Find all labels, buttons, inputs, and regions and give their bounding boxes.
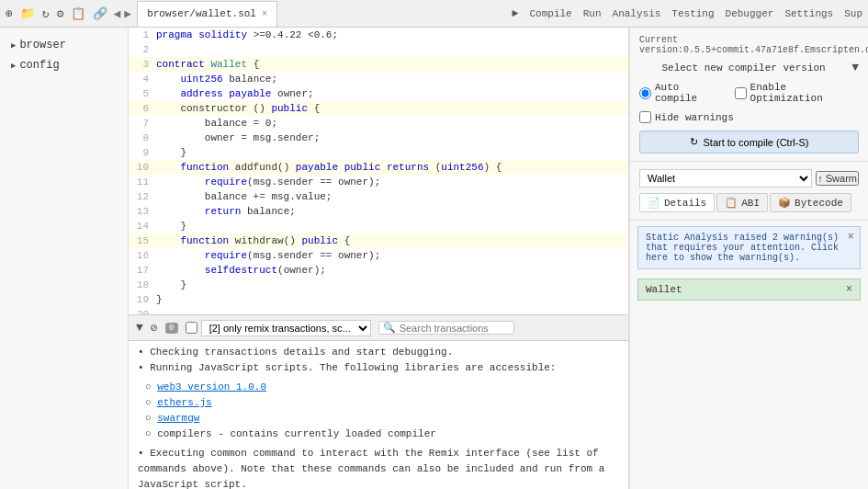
code-line-6: 6 constructor () public { xyxy=(129,101,628,116)
debugger-menu-item[interactable]: Debugger xyxy=(726,8,774,19)
code-line-14: 14 } xyxy=(129,219,628,233)
term-compilers-line: ○ compilers - contains currently loaded … xyxy=(145,426,619,442)
add-icon[interactable]: ⊕ xyxy=(6,6,13,21)
code-line-15: 15 function withdraw() public { xyxy=(129,233,628,248)
bytecode-label: Bytecode xyxy=(795,198,843,209)
compile-button[interactable]: ↻ Start to compile (Ctrl-S) xyxy=(639,131,859,154)
run-menu-item[interactable]: Run xyxy=(583,8,602,19)
topbar-nav: ◀ ▶ xyxy=(113,6,131,21)
settings-icon[interactable]: ⚙ xyxy=(57,6,64,21)
code-line-1: 1 pragma solidity >=0.4.22 <0.6; xyxy=(129,28,628,42)
code-line-8: 8 owner = msg.sender; xyxy=(129,131,628,145)
abi-label: ABI xyxy=(741,198,760,209)
hide-warnings-option[interactable]: Hide warnings xyxy=(639,111,734,123)
swarm-icon: ↑ xyxy=(817,173,823,184)
code-line-20: 20 xyxy=(129,307,628,314)
tab-close-icon[interactable]: × xyxy=(262,9,267,19)
code-editor[interactable]: 1 pragma solidity >=0.4.22 <0.6; 2 3 con… xyxy=(129,28,628,314)
warning-banner[interactable]: Static Analysis raised 2 warning(s) that… xyxy=(637,226,861,269)
topbar: ⊕ 📁 ↻ ⚙ 📋 🔗 ◀ ▶ browser/wallet.sol × ► C… xyxy=(0,0,868,28)
code-line-18: 18 } xyxy=(129,278,628,292)
code-line-11: 11 require(msg.sender == owner); xyxy=(129,175,628,189)
folder-icon[interactable]: 📁 xyxy=(20,6,35,21)
term-web3-line: ○ web3 version 1.0.0 xyxy=(145,380,619,395)
term-line-exec: • Executing common command to interact w… xyxy=(138,446,619,489)
compiler-options-2: Hide warnings xyxy=(639,111,859,123)
tab-label: browser/wallet.sol xyxy=(147,8,256,19)
sidebar-config-label: config xyxy=(19,59,59,72)
swarm-button[interactable]: ↑ Swarm xyxy=(816,171,859,186)
tab-bytecode[interactable]: 📦 Bytecode xyxy=(770,193,851,212)
code-line-10: 10 function addfund() payable public ret… xyxy=(129,160,628,175)
tab-details[interactable]: 📄 Details xyxy=(639,193,715,212)
enable-opt-option[interactable]: Enable Optimization xyxy=(735,82,859,104)
compiler-select-row: Select new compiler version ▼ xyxy=(639,61,859,74)
badge-count: 0 xyxy=(165,323,178,334)
tab-wallet-sol[interactable]: browser/wallet.sol × xyxy=(137,1,277,27)
clear-icon[interactable]: ⊘ xyxy=(151,321,158,335)
code-line-16: 16 require(msg.sender == owner); xyxy=(129,248,628,263)
terminal-output: • Checking transactions details and star… xyxy=(129,341,628,489)
bottom-toolbar: ▼ ⊘ 0 [2] only remix transactions, sc...… xyxy=(129,315,628,341)
enable-opt-checkbox[interactable] xyxy=(735,87,747,99)
topbar-icons: ⊕ 📁 ↻ ⚙ 📋 🔗 xyxy=(6,6,107,21)
config-arrow-icon: ▶ xyxy=(11,61,16,71)
code-line-12: 12 balance += msg.value; xyxy=(129,189,628,204)
transaction-filter-checkbox[interactable] xyxy=(186,322,197,334)
analysis-menu-item[interactable]: Analysis xyxy=(613,8,661,19)
compiler-select-label: Select new compiler version xyxy=(639,63,848,74)
transaction-filter-select[interactable]: [2] only remix transactions, sc... xyxy=(201,320,371,336)
sidebar-item-browser[interactable]: ▶ browser xyxy=(0,35,128,55)
editor-area: 1 pragma solidity >=0.4.22 <0.6; 2 3 con… xyxy=(129,28,629,489)
code-line-2: 2 xyxy=(129,42,628,57)
code-line-4: 4 uint256 balance; xyxy=(129,72,628,86)
sidebar-item-config[interactable]: ▶ config xyxy=(0,55,128,75)
testing-menu-item[interactable]: Testing xyxy=(671,8,714,19)
wallet-tag: Wallet × xyxy=(637,279,861,301)
tab-abi[interactable]: 📋 ABI xyxy=(716,193,768,212)
code-line-7: 7 balance = 0; xyxy=(129,116,628,131)
swarm-label: Swarm xyxy=(826,173,857,184)
auto-compile-option[interactable]: Auto compile xyxy=(639,82,724,104)
forward-button[interactable]: ▶ xyxy=(124,6,131,21)
sidebar-browser-label: browser xyxy=(19,39,65,51)
auto-compile-radio[interactable] xyxy=(639,87,651,99)
sidebar: ▶ browser ▶ config xyxy=(0,28,129,489)
term-line-2: • Running JavaScript scripts. The follow… xyxy=(138,360,619,376)
compiler-dropdown-arrow[interactable]: ▼ xyxy=(851,61,859,74)
link-icon[interactable]: 🔗 xyxy=(93,6,107,21)
search-wrap: 🔍 xyxy=(378,321,514,335)
hide-warnings-checkbox[interactable] xyxy=(639,111,651,123)
warning-close-icon[interactable]: × xyxy=(848,231,854,244)
ethers-link[interactable]: ethers.js xyxy=(157,397,211,408)
wallet-close-icon[interactable]: × xyxy=(846,283,852,296)
contract-section: Wallet ↑ Swarm 📄 Details 📋 ABI 📦 xyxy=(630,162,868,221)
contract-select[interactable]: Wallet xyxy=(639,169,812,188)
auto-compile-label: Auto compile xyxy=(655,82,724,104)
enable-opt-label: Enable Optimization xyxy=(750,82,859,104)
settings-menu-item[interactable]: Settings xyxy=(784,8,833,19)
code-line-19: 19 } xyxy=(129,292,628,307)
compile-menu-item[interactable]: Compile xyxy=(530,8,572,19)
warning-text: Static Analysis raised 2 warning(s) that… xyxy=(646,233,839,263)
sup-menu-item[interactable]: Sup xyxy=(844,8,862,19)
collapse-icon[interactable]: ▼ xyxy=(136,321,143,335)
transaction-filter-wrap: [2] only remix transactions, sc... xyxy=(186,320,371,336)
swarm-link[interactable]: swarmgw xyxy=(157,413,199,424)
search-input[interactable] xyxy=(400,323,510,334)
web3-link[interactable]: web3 version 1.0.0 xyxy=(157,381,266,392)
contract-tabs: 📄 Details 📋 ABI 📦 Bytecode xyxy=(639,193,859,212)
arrow-right-icon: ► xyxy=(512,7,518,20)
code-line-5: 5 address payable owner; xyxy=(129,86,628,101)
bottom-panel: ▼ ⊘ 0 [2] only remix transactions, sc...… xyxy=(129,314,628,489)
clipboard-icon[interactable]: 📋 xyxy=(71,6,85,21)
abi-icon: 📋 xyxy=(725,197,738,209)
refresh-icon[interactable]: ↻ xyxy=(42,6,50,21)
back-button[interactable]: ◀ xyxy=(113,6,120,21)
browser-arrow-icon: ▶ xyxy=(11,40,16,51)
compile-icon: ↻ xyxy=(690,136,698,148)
main: ▶ browser ▶ config 1 pragma solidity >=0… xyxy=(0,28,868,489)
code-line-3: 3 contract Wallet { xyxy=(129,57,628,72)
compiler-version-text: Current version:0.5.5+commit.47a71e8f.Em… xyxy=(639,35,859,55)
term-ethers-line: ○ ethers.js xyxy=(145,395,619,411)
